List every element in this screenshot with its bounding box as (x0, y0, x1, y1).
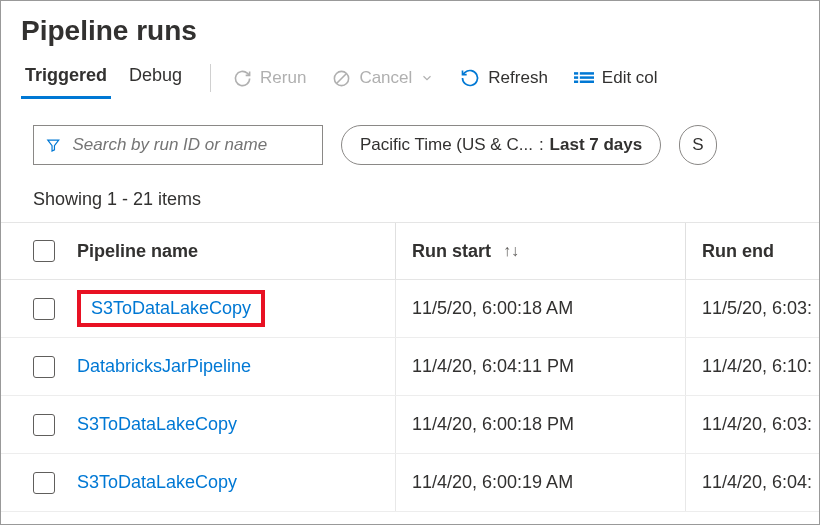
tabs: Triggered Debug (21, 57, 186, 99)
filter-separator: : (539, 135, 544, 155)
row-checkbox-cell (33, 356, 77, 378)
divider (210, 64, 211, 92)
chevron-down-icon (420, 71, 434, 85)
refresh-label: Refresh (488, 68, 548, 88)
pipeline-link[interactable]: S3ToDataLakeCopy (77, 290, 265, 327)
svg-marker-8 (48, 140, 59, 151)
table-header: Pipeline name Run start ↑↓ Run end (1, 222, 819, 280)
edit-columns-label: Edit col (602, 68, 658, 88)
row-checkbox[interactable] (33, 414, 55, 436)
svg-rect-7 (580, 81, 594, 84)
run-end-cell: 11/5/20, 6:03: (685, 280, 819, 337)
header-run-start-label: Run start (412, 241, 491, 262)
tab-triggered[interactable]: Triggered (21, 57, 111, 99)
header-run-start[interactable]: Run start ↑↓ (395, 223, 685, 279)
pipeline-name-cell: S3ToDataLakeCopy (77, 414, 395, 435)
toolbar: Triggered Debug Rerun Cancel Refresh Edi… (1, 57, 819, 107)
cancel-button: Cancel (332, 68, 434, 88)
edit-columns-button[interactable]: Edit col (574, 68, 658, 88)
row-checkbox-cell (33, 298, 77, 320)
extra-filter-label: S (692, 135, 703, 155)
page-title: Pipeline runs (1, 1, 819, 57)
range-label: Last 7 days (550, 135, 643, 155)
tab-debug[interactable]: Debug (125, 57, 186, 99)
refresh-button[interactable]: Refresh (460, 68, 548, 88)
row-checkbox-cell (33, 472, 77, 494)
time-range-filter[interactable]: Pacific Time (US & C... : Last 7 days (341, 125, 661, 165)
timezone-label: Pacific Time (US & C... (360, 135, 533, 155)
svg-rect-2 (574, 72, 578, 75)
cancel-label: Cancel (359, 68, 412, 88)
header-checkbox-cell (33, 240, 77, 262)
tool-group: Rerun Cancel Refresh Edit col (233, 68, 658, 88)
svg-rect-4 (574, 81, 578, 84)
row-checkbox-cell (33, 414, 77, 436)
filters: Pacific Time (US & C... : Last 7 days S (1, 107, 819, 173)
pipeline-link[interactable]: S3ToDataLakeCopy (77, 414, 237, 435)
pipeline-link[interactable]: S3ToDataLakeCopy (77, 472, 237, 493)
refresh-icon (460, 68, 480, 88)
run-end-cell: 11/4/20, 6:03: (685, 396, 819, 453)
pipeline-name-cell: S3ToDataLakeCopy (77, 472, 395, 493)
filter-icon (46, 137, 61, 153)
extra-filter[interactable]: S (679, 125, 716, 165)
table-row: S3ToDataLakeCopy11/5/20, 6:00:18 AM11/5/… (1, 280, 819, 338)
pipeline-name-cell: DatabricksJarPipeline (77, 356, 395, 377)
svg-line-1 (337, 73, 347, 83)
table-row: S3ToDataLakeCopy11/4/20, 6:00:18 PM11/4/… (1, 396, 819, 454)
search-input[interactable] (71, 134, 311, 156)
select-all-checkbox[interactable] (33, 240, 55, 262)
columns-icon (574, 71, 594, 85)
run-end-cell: 11/4/20, 6:10: (685, 338, 819, 395)
rerun-label: Rerun (260, 68, 306, 88)
sort-icon: ↑↓ (503, 242, 519, 260)
table-row: S3ToDataLakeCopy11/4/20, 6:00:19 AM11/4/… (1, 454, 819, 512)
search-input-wrapper[interactable] (33, 125, 323, 165)
showing-count: Showing 1 - 21 items (1, 173, 819, 222)
rerun-icon (233, 69, 252, 88)
header-pipeline-name[interactable]: Pipeline name (77, 241, 395, 262)
runs-table: Pipeline name Run start ↑↓ Run end S3ToD… (1, 222, 819, 512)
rerun-button: Rerun (233, 68, 306, 88)
cancel-icon (332, 69, 351, 88)
svg-rect-5 (580, 72, 594, 75)
run-start-cell: 11/5/20, 6:00:18 AM (395, 280, 685, 337)
pipeline-name-cell: S3ToDataLakeCopy (77, 290, 395, 327)
header-run-end[interactable]: Run end (685, 223, 819, 279)
run-start-cell: 11/4/20, 6:00:19 AM (395, 454, 685, 511)
run-end-cell: 11/4/20, 6:04: (685, 454, 819, 511)
row-checkbox[interactable] (33, 356, 55, 378)
pipeline-link[interactable]: DatabricksJarPipeline (77, 356, 251, 377)
svg-rect-6 (580, 76, 594, 79)
run-start-cell: 11/4/20, 6:04:11 PM (395, 338, 685, 395)
table-row: DatabricksJarPipeline11/4/20, 6:04:11 PM… (1, 338, 819, 396)
row-checkbox[interactable] (33, 472, 55, 494)
svg-rect-3 (574, 76, 578, 79)
run-start-cell: 11/4/20, 6:00:18 PM (395, 396, 685, 453)
row-checkbox[interactable] (33, 298, 55, 320)
